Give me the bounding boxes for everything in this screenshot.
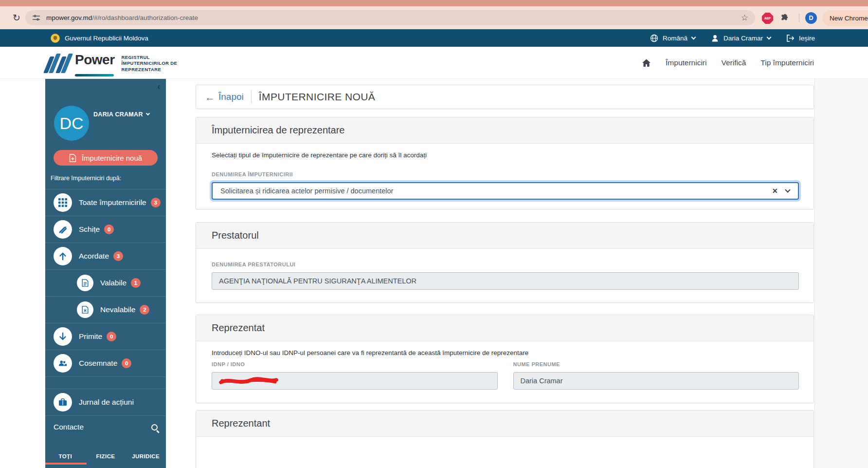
sidebar-item-toate[interactable]: Toate împuternicirile 3 [45,189,166,216]
globe-icon [650,34,658,42]
field-label: DENUMIREA ÎMPUTERNICIRII [212,171,799,177]
menu-spacer [45,376,166,389]
authorization-type-select[interactable]: Solicitarea și ridicarea actelor permisi… [212,182,799,200]
sidebar-item-cosemnate[interactable]: Cosemnate 0 [45,350,166,376]
briefcase-icon [54,393,72,412]
document-icon [77,275,93,291]
section-title: Împuternicirea de reprezentare [196,117,814,144]
page-header-card: ← Înapoi ÎMPUTERNICIRE NOUĂ [196,85,814,109]
menu-end-border [45,415,166,416]
browser-profile-avatar[interactable]: D [805,12,817,24]
badge-count: 3 [151,198,161,207]
field-label: NUME PRENUME [513,361,799,367]
section-authorization: Împuternicirea de reprezentare Selectați… [196,117,814,209]
document-plus-icon [69,154,76,162]
clear-icon[interactable]: × [772,186,778,196]
url-domain: mpower.gov.md [46,14,92,21]
mpower-logo-word: Power [75,52,115,68]
badge-count: 0 [107,332,116,341]
active-tab-underline [45,463,87,465]
sidebar-item-nevalabile[interactable]: Nevalabile 2 [45,296,166,323]
language-chevron-icon[interactable] [691,35,696,39]
badge-count: 0 [122,358,131,368]
logo-swoosh [75,74,114,76]
sidebar-item-valabile[interactable]: Valabile 1 [45,269,166,296]
extensions-puzzle-icon[interactable] [779,13,789,23]
badge-count: 2 [140,305,149,315]
section-title: Reprezentat [196,315,814,341]
address-bar[interactable]: mpower.gov.md/#/ro/dashboard/authorizati… [25,10,755,25]
chevron-down-icon[interactable] [785,187,790,192]
mpower-logo[interactable]: Power REGISTRUL ÎMPUTERNICIRILOR DE REPR… [46,52,177,73]
nav-verifica[interactable]: Verifică [721,58,746,67]
filter-label: Filtrare împuterniciri după: [51,175,121,182]
nav-tip-imputerniciri[interactable]: Tip împuterniciri [760,58,814,67]
back-link[interactable]: ← Înapoi [205,92,244,102]
redaction-scribble [219,376,278,386]
nav-imputerniciri[interactable]: Împuterniciri [666,58,706,67]
government-title: Guvernul Republicii Moldova [65,35,148,42]
search-icon[interactable] [151,424,158,431]
section-title: Reprezentant [196,411,814,437]
sidebar-menu: Toate împuternicirile 3 Schițe 0 Acordat… [45,189,166,416]
badge-count: 1 [131,278,141,288]
reload-button[interactable]: ↻ [10,11,23,24]
browser-toolbar: ↻ mpower.gov.md/#/ro/dashboard/authoriza… [0,6,868,29]
header-divider [251,91,252,103]
government-bar: Guvernul Republicii Moldova Română Daria… [0,29,868,47]
registry-caption: REGISTRUL ÎMPUTERNICIRILOR DE REPREZENTA… [122,55,178,73]
moldova-emblem-icon [51,34,60,43]
sidebar-user-name: DARIA CRAMAR [93,111,143,118]
select-value: Solicitarea și ridicarea actelor permisi… [220,187,393,195]
document-x-icon [77,301,93,318]
section-representative: Reprezentant [196,410,814,468]
adblock-extension-icon[interactable]: ABP [762,13,773,24]
logout-icon [786,34,795,42]
user-menu[interactable]: Daria Cramar [723,35,763,42]
section-title: Prestatorul [196,223,814,249]
section-provider: Prestatorul DENUMIREA PRESTATORULUI AGEN… [196,222,814,303]
mpower-logo-mark [46,54,73,73]
contacts-header: Contacte [54,423,158,431]
bookmark-star-icon[interactable]: ☆ [741,13,748,23]
people-icon [54,354,72,373]
sidebar-user-menu[interactable]: DARIA CRAMAR [93,111,149,118]
sidebar-item-jurnal[interactable]: Jurnal de acțiuni [45,389,166,415]
tune-icon[interactable] [32,14,40,22]
page-right-margin [814,79,868,468]
badge-count: 3 [113,251,123,261]
sidebar-item-acordate[interactable]: Acordate 3 [45,243,166,269]
badge-count: 0 [104,225,114,234]
chrome-update-button[interactable]: New Chrome a [822,10,868,26]
app-header: Power REGISTRUL ÎMPUTERNICIRILOR DE REPR… [0,47,868,79]
arrow-down-icon [54,327,72,346]
sidebar-collapse-icon[interactable]: ‹ [157,81,161,92]
avatar[interactable]: DC [54,106,89,141]
tab-fizice[interactable]: FIZICE [86,448,126,465]
language-selector[interactable]: Română [663,35,687,42]
page-title: ÎMPUTERNICIRE NOUĂ [259,91,375,103]
field-label: DENUMIREA PRESTATORULUI [212,262,799,267]
user-icon [711,34,719,42]
sidebar-item-primite[interactable]: Primite 0 [45,323,166,350]
sidebar: ‹ DC DARIA CRAMAR Împuternicire nouă Fil… [45,79,166,468]
name-input: Daria Cramar [513,372,799,390]
sidebar-user-chevron-icon [146,112,150,115]
tab-juridice[interactable]: JURIDICE [126,448,166,465]
provider-name-input: AGENŢIA NAŢIONALĂ PENTRU SIGURANŢA ALIME… [212,272,799,290]
logout-button[interactable]: Ieșire [799,35,815,42]
url-text: mpower.gov.md/#/ro/dashboard/authorizati… [46,14,198,21]
back-arrow-icon: ← [205,92,215,102]
arrow-up-icon [54,247,72,265]
url-path: /#/ro/dashboard/authorization-create [92,14,198,21]
browser-tab-strip [0,0,868,6]
idnp-input [212,372,498,390]
new-authorization-button[interactable]: Împuternicire nouă [54,150,158,166]
section-description: Selectați tipul de împuternicire de repr… [212,151,799,159]
sidebar-item-schite[interactable]: Schițe 0 [45,216,166,243]
section-description: Introduceți IDNO-ul sau IDNP-ul persoane… [212,349,799,356]
home-icon[interactable] [642,58,651,68]
user-chevron-icon[interactable] [767,35,772,39]
section-represented: Reprezentat Introduceți IDNO-ul sau IDNP… [196,315,814,403]
toolbar-separator [799,14,799,22]
